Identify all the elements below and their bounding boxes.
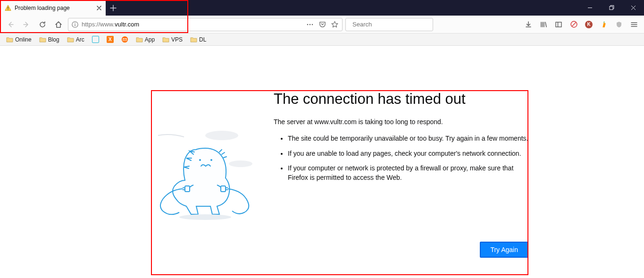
block-icon xyxy=(570,20,578,28)
error-suggestion-item: The site could be temporarily unavailabl… xyxy=(288,134,528,143)
library-icon xyxy=(540,21,547,28)
svg-point-19 xyxy=(179,214,231,220)
plus-icon xyxy=(110,5,117,11)
folder-icon xyxy=(67,37,74,42)
extension-k-button[interactable]: K xyxy=(583,18,595,31)
tab-strip: Problem loading page xyxy=(0,0,644,16)
reload-icon xyxy=(39,21,46,28)
bookmarks-toolbar: Online Blog Arc X App VPS DL xyxy=(0,34,644,46)
mail-icon xyxy=(121,36,128,43)
forward-button[interactable] xyxy=(20,18,33,31)
page-actions-button[interactable] xyxy=(305,24,315,25)
svg-point-13 xyxy=(205,131,238,140)
library-button[interactable] xyxy=(537,18,550,31)
tab-close-button[interactable] xyxy=(95,4,103,12)
back-button[interactable] xyxy=(4,18,17,31)
tab-title: Problem loading page xyxy=(15,5,92,11)
search-input[interactable] xyxy=(352,21,432,28)
folder-icon xyxy=(6,37,13,42)
bookmark-dl[interactable]: DL xyxy=(189,35,208,44)
window-maximize-button[interactable] xyxy=(601,0,622,16)
error-suggestions-list: The site could be temporarily unavailabl… xyxy=(274,134,528,182)
bookmark-vps[interactable]: VPS xyxy=(161,35,184,44)
folder-icon xyxy=(39,37,46,42)
arrow-left-icon xyxy=(7,21,14,28)
bookmark-blog[interactable]: Blog xyxy=(38,35,61,44)
svg-rect-18 xyxy=(221,186,226,192)
error-container: The connection has timed out The server … xyxy=(151,91,528,275)
new-tab-button[interactable] xyxy=(106,0,121,16)
minimize-icon xyxy=(587,5,593,10)
url-text[interactable]: https://www.vultr.com xyxy=(82,21,302,28)
extension-carrot-button[interactable] xyxy=(598,18,610,31)
svg-point-16 xyxy=(210,159,212,161)
identity-icon[interactable] xyxy=(71,21,79,28)
svg-rect-4 xyxy=(75,24,75,26)
info-icon xyxy=(71,21,79,28)
bookmark-xampp[interactable]: X xyxy=(105,35,115,44)
square-icon xyxy=(92,36,99,43)
browser-tab[interactable]: Problem loading page xyxy=(0,0,106,16)
home-icon xyxy=(55,21,62,28)
error-suggestion-item: If your computer or network is protected… xyxy=(288,164,528,182)
xampp-icon: X xyxy=(107,36,114,43)
svg-point-12 xyxy=(122,36,128,42)
url-bar[interactable]: https://www.vultr.com xyxy=(68,18,343,31)
bookmark-label: Arc xyxy=(76,36,84,43)
navigation-toolbar: https://www.vultr.com K xyxy=(0,16,644,34)
svg-point-15 xyxy=(199,159,201,161)
bookmark-online[interactable]: Online xyxy=(5,35,33,44)
bookmark-star-button[interactable] xyxy=(330,21,339,28)
ellipsis-icon xyxy=(306,24,314,25)
sidebar-icon xyxy=(555,21,562,28)
error-actions: Try Again xyxy=(151,242,528,258)
shield-icon xyxy=(615,21,623,28)
tabstrip-spacer xyxy=(121,0,579,16)
error-subtitle: The server at www.vultr.com is taking to… xyxy=(274,118,528,126)
svg-point-5 xyxy=(75,22,75,23)
bookmark-label: Online xyxy=(15,36,32,43)
downloads-button[interactable] xyxy=(522,18,535,31)
svg-point-7 xyxy=(309,24,311,25)
download-icon xyxy=(525,21,532,28)
window-controls xyxy=(579,0,644,16)
hamburger-icon xyxy=(630,21,638,28)
extension-shield-button[interactable] xyxy=(613,18,625,31)
star-icon xyxy=(331,21,338,28)
noscript-button[interactable] xyxy=(568,18,580,31)
close-icon xyxy=(97,6,101,10)
error-title: The connection has timed out xyxy=(274,91,528,108)
bookmark-app[interactable]: App xyxy=(134,35,156,44)
svg-rect-17 xyxy=(185,186,190,192)
dino-icon xyxy=(151,110,259,232)
reload-button[interactable] xyxy=(36,18,49,31)
svg-point-14 xyxy=(229,160,252,167)
letter-k-icon: K xyxy=(585,21,593,28)
error-suggestion-item: If you are unable to load any pages, che… xyxy=(288,149,528,159)
folder-icon xyxy=(136,37,143,42)
maximize-icon xyxy=(609,5,614,10)
arrow-right-icon xyxy=(23,21,30,28)
search-bar[interactable] xyxy=(345,18,433,31)
bookmark-teal[interactable] xyxy=(91,35,100,44)
window-minimize-button[interactable] xyxy=(579,0,601,16)
svg-rect-10 xyxy=(556,22,561,27)
page-content: The connection has timed out The server … xyxy=(0,46,644,278)
home-button[interactable] xyxy=(52,18,65,31)
carrot-icon xyxy=(600,20,608,28)
menu-button[interactable] xyxy=(628,18,640,31)
bookmark-label: Blog xyxy=(48,36,59,43)
error-text-area: The connection has timed out The server … xyxy=(274,91,528,227)
bookmark-mail[interactable] xyxy=(120,35,130,44)
bookmark-label: DL xyxy=(199,36,206,43)
window-close-button[interactable] xyxy=(622,0,644,16)
warning-icon xyxy=(5,5,11,11)
folder-icon xyxy=(190,37,197,42)
svg-rect-1 xyxy=(8,9,8,9)
close-icon xyxy=(631,5,636,10)
pocket-button[interactable] xyxy=(318,21,327,28)
bookmark-arc[interactable]: Arc xyxy=(66,35,86,44)
folder-icon xyxy=(162,37,169,42)
sidebar-button[interactable] xyxy=(552,18,565,31)
try-again-button[interactable]: Try Again xyxy=(480,242,528,258)
